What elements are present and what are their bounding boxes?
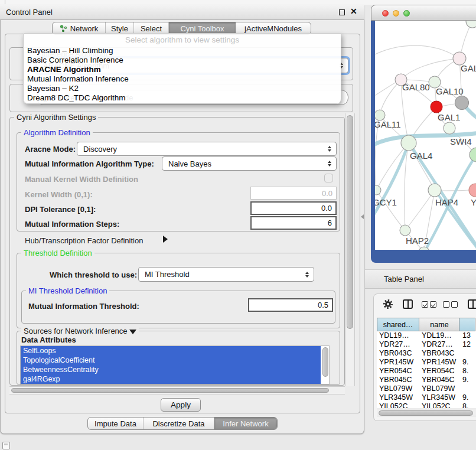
algorithm-option[interactable]: Bayesian – Hill Climbing: [24, 46, 341, 56]
columns-icon[interactable]: [403, 299, 413, 309]
table-panel-titlebar[interactable]: Table Panel: [365, 269, 476, 289]
network-node[interactable]: [470, 148, 476, 162]
settings-vscrollbar-thumb[interactable]: [347, 115, 353, 329]
tab-jactivemnodules[interactable]: jActiveMNodules: [236, 22, 311, 34]
attribute-item[interactable]: BetweennessCentrality: [21, 365, 321, 374]
algorithm-option[interactable]: Dream8 DC_TDC Algorithm: [24, 93, 341, 103]
network-node[interactable]: [401, 135, 416, 151]
table-row[interactable]: YDR27…YDR27…12: [377, 340, 476, 349]
table-row[interactable]: YBL079WYBL079W: [377, 384, 476, 393]
algorithm-option[interactable]: Basic Correlation Inference: [24, 56, 341, 65]
table-row[interactable]: YPR145WYPR145W9.: [377, 358, 476, 367]
mi-threshold-label: Mutual Information Threshold:: [28, 302, 139, 311]
network-window-titlebar[interactable]: [371, 5, 476, 21]
tab-select[interactable]: Select: [134, 22, 169, 34]
algorithm-dropdown-popup: Select algorithm to view settings Bayesi…: [23, 33, 341, 104]
table-cell: YIL052C: [377, 402, 419, 408]
network-node[interactable]: [428, 184, 441, 197]
table-icon[interactable]: [468, 299, 476, 309]
combo-arrows-icon: [305, 272, 309, 278]
settings-hscrollbar[interactable]: [9, 386, 345, 394]
control-panel-titlebar[interactable]: Control Panel ✕: [0, 5, 364, 20]
algorithm-option[interactable]: Mutual Information Inference: [24, 74, 341, 84]
gear-icon[interactable]: [382, 298, 394, 310]
network-node[interactable]: [466, 21, 476, 28]
network-node[interactable]: [469, 184, 476, 197]
node-label: HAP4: [435, 197, 458, 207]
minimize-traffic-light[interactable]: [393, 10, 399, 17]
aracne-mode-combo[interactable]: Discovery: [77, 142, 337, 156]
network-node[interactable]: [400, 225, 410, 236]
network-node[interactable]: [444, 122, 455, 134]
tab-infer-network[interactable]: Infer Network: [214, 418, 277, 429]
column-header[interactable]: shared…: [377, 318, 419, 331]
collapsed-panel-icon[interactable]: [2, 442, 10, 449]
data-attributes-list[interactable]: SelfLoopsTopologicalCoefficientBetweenne…: [20, 345, 330, 384]
kernel-width-field[interactable]: 0.0: [250, 187, 337, 200]
network-edge[interactable]: [376, 190, 405, 230]
table-row[interactable]: YDL19…YDL19…13: [377, 331, 476, 340]
attribute-item[interactable]: SelfLoops: [21, 346, 321, 356]
tab-discretize-data[interactable]: Discretize Data: [144, 418, 214, 429]
dpi-tolerance-field[interactable]: 0.0: [250, 201, 337, 215]
tab-network[interactable]: Network: [53, 22, 106, 34]
network-node[interactable]: [455, 96, 469, 110]
list-scrollbar-thumb[interactable]: [322, 347, 328, 377]
float-window-icon[interactable]: [339, 9, 345, 15]
select-all-columns-icon[interactable]: [422, 301, 436, 308]
collapse-arrow-icon[interactable]: [129, 330, 136, 334]
window-title: Control Panel: [6, 8, 53, 17]
attribute-item[interactable]: gal4RGexp: [21, 374, 321, 384]
settings-hscrollbar-thumb[interactable]: [11, 388, 329, 393]
algorithm-option[interactable]: Bayesian – K2: [24, 84, 341, 93]
network-canvas[interactable]: GALGAL80GAL10GAL1GAL11SWI4GAL4GCY1HAP4YH…: [375, 21, 476, 250]
table-cell: YDL19…: [419, 331, 460, 340]
node-label: GCY1: [375, 197, 397, 207]
mi-threshold-field[interactable]: 0.5: [248, 298, 333, 312]
table-cell: YDR27…: [419, 340, 460, 349]
tab-cyni-toolbox[interactable]: Cyni Toolbox: [169, 22, 236, 34]
attribute-item[interactable]: TopologicalCoefficient: [21, 356, 321, 365]
table-row[interactable]: YBR043CYBR043C: [377, 349, 476, 358]
zoom-traffic-light[interactable]: [403, 10, 410, 17]
cyni-algorithm-settings-title: Cyni Algorithm Settings: [14, 113, 98, 122]
table-cell: YBL079W: [377, 384, 419, 393]
network-edge[interactable]: [405, 190, 435, 230]
network-node[interactable]: [375, 185, 381, 195]
column-header[interactable]: name: [419, 318, 460, 331]
threshold-definition-title: Threshold Definition: [21, 249, 94, 257]
node-label: GAL80: [402, 82, 430, 92]
table-row[interactable]: YIL052CYIL052C8.: [377, 402, 476, 408]
table-hscrollbar-thumb[interactable]: [379, 410, 473, 416]
table-row[interactable]: YER054CYER054C8.: [377, 367, 476, 376]
table-row[interactable]: YBR045CYBR045C9.: [377, 376, 476, 384]
deselect-all-columns-icon[interactable]: [443, 301, 458, 308]
frame-edge: [5, 0, 5, 4]
table-panel-title: Table Panel: [384, 275, 424, 283]
algorithm-definition-title: Algorithm Definition: [21, 128, 93, 137]
network-edge[interactable]: [401, 58, 459, 80]
node-label: HAP2: [406, 236, 429, 246]
network-node[interactable]: [431, 101, 442, 113]
settings-vscrollbar[interactable]: [345, 113, 355, 386]
manual-kernel-checkbox[interactable]: [324, 174, 333, 182]
mi-steps-field[interactable]: 6: [250, 216, 337, 230]
close-traffic-light[interactable]: [382, 10, 389, 17]
network-edge[interactable]: [375, 45, 459, 58]
which-threshold-combo[interactable]: MI Threshold: [138, 267, 314, 282]
column-header[interactable]: [459, 318, 475, 331]
apply-button[interactable]: Apply: [161, 398, 201, 412]
close-icon[interactable]: ✕: [350, 6, 357, 16]
algorithm-option[interactable]: ARACNE Algorithm: [24, 65, 341, 74]
tab-style[interactable]: Style: [106, 22, 134, 34]
splitter-collapse-icon[interactable]: [361, 214, 364, 219]
table-hscrollbar[interactable]: [377, 409, 476, 416]
aracne-mode-label: Aracne Mode:: [25, 145, 76, 154]
table-cell: YPR145W: [377, 358, 419, 367]
node-label: GAL10: [436, 86, 464, 96]
tab-impute-data[interactable]: Impute Data: [88, 418, 144, 429]
hub-definition-label[interactable]: Hub/Transcription Factor Definition: [25, 236, 143, 245]
expand-arrow-icon[interactable]: [163, 236, 168, 243]
mi-type-combo[interactable]: Naive Bayes: [162, 156, 337, 171]
table-row[interactable]: YLR345WYLR345W9.: [377, 393, 476, 402]
